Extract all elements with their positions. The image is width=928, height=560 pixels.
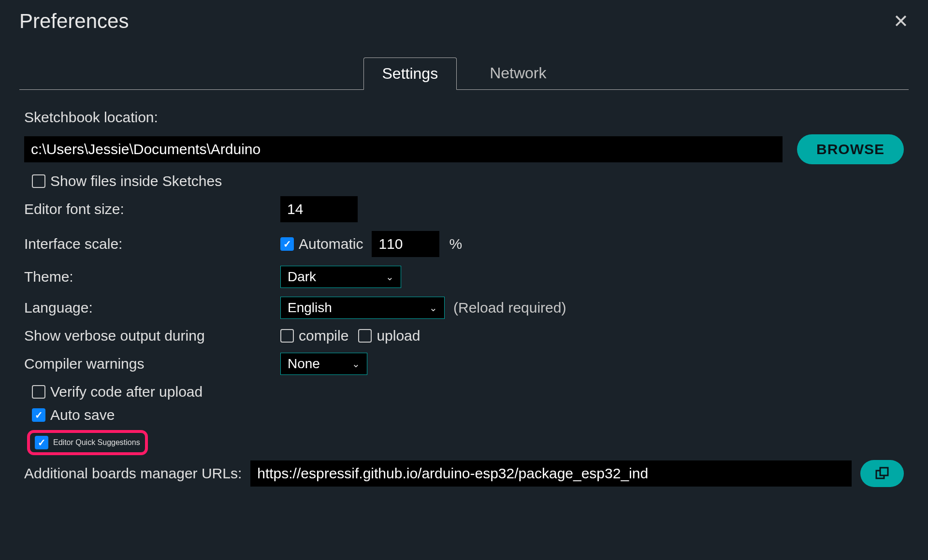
- autosave-row: Auto save: [24, 407, 904, 423]
- verify-row: Verify code after upload: [24, 384, 904, 400]
- sketchbook-input[interactable]: [24, 136, 783, 162]
- sketchbook-input-row: BROWSE: [24, 134, 904, 164]
- dialog-title: Preferences: [19, 10, 129, 33]
- boards-url-input[interactable]: [250, 460, 852, 487]
- quick-suggestions-highlight: Editor Quick Suggestions: [27, 430, 148, 455]
- verbose-group: compile upload: [280, 328, 420, 344]
- autosave-checkbox[interactable]: [32, 408, 45, 422]
- close-icon[interactable]: ✕: [893, 12, 909, 30]
- chevron-down-icon: ⌄: [429, 302, 437, 314]
- tabs: Settings Network: [19, 57, 909, 90]
- automatic-label: Automatic: [299, 236, 363, 252]
- verify-label: Verify code after upload: [50, 384, 203, 400]
- interface-scale-row: Interface scale: Automatic %: [24, 231, 904, 257]
- font-size-row: Editor font size:: [24, 196, 904, 222]
- language-label: Language:: [24, 300, 280, 316]
- preferences-dialog: Preferences ✕ Settings Network Sketchboo…: [0, 0, 928, 506]
- compiler-warnings-label: Compiler warnings: [24, 356, 280, 372]
- verbose-row: Show verbose output during compile uploa…: [24, 328, 904, 344]
- language-value: English: [288, 300, 332, 316]
- automatic-checkbox[interactable]: [280, 237, 294, 251]
- settings-panel: Sketchbook location: BROWSE Show files i…: [19, 109, 909, 487]
- theme-row: Theme: Dark ⌄: [24, 266, 904, 288]
- verbose-label: Show verbose output during: [24, 328, 280, 344]
- quick-suggestions-label: Editor Quick Suggestions: [53, 438, 140, 447]
- compiler-warnings-value: None: [288, 356, 320, 372]
- percent-label: %: [449, 236, 462, 252]
- language-row: Language: English ⌄ (Reload required): [24, 297, 904, 319]
- tab-settings[interactable]: Settings: [363, 57, 457, 90]
- compiler-warnings-row: Compiler warnings None ⌄: [24, 353, 904, 375]
- compile-checkbox[interactable]: [280, 329, 294, 343]
- expand-urls-button[interactable]: [860, 460, 904, 487]
- theme-value: Dark: [288, 269, 316, 285]
- reload-hint: (Reload required): [453, 300, 566, 316]
- boards-url-label: Additional boards manager URLs:: [24, 465, 242, 482]
- browse-button[interactable]: BROWSE: [797, 134, 904, 164]
- new-window-icon: [874, 466, 890, 481]
- language-select[interactable]: English ⌄: [280, 297, 445, 319]
- theme-label: Theme:: [24, 269, 280, 285]
- interface-scale-input[interactable]: [372, 231, 439, 257]
- svg-rect-1: [880, 468, 888, 475]
- theme-select[interactable]: Dark ⌄: [280, 266, 401, 288]
- chevron-down-icon: ⌄: [352, 358, 360, 370]
- sketchbook-label: Sketchbook location:: [24, 109, 158, 126]
- autosave-label: Auto save: [50, 407, 115, 423]
- dialog-header: Preferences ✕: [19, 10, 909, 33]
- upload-checkbox[interactable]: [358, 329, 372, 343]
- compile-label: compile: [299, 328, 348, 344]
- show-files-row: Show files inside Sketches: [24, 173, 904, 189]
- chevron-down-icon: ⌄: [386, 271, 394, 283]
- verify-checkbox[interactable]: [32, 385, 45, 399]
- compiler-warnings-select[interactable]: None ⌄: [280, 353, 367, 375]
- font-size-input[interactable]: [280, 196, 358, 222]
- tab-network[interactable]: Network: [471, 57, 565, 90]
- font-size-label: Editor font size:: [24, 201, 280, 217]
- show-files-label: Show files inside Sketches: [50, 173, 222, 189]
- show-files-checkbox[interactable]: [32, 174, 45, 188]
- interface-scale-label: Interface scale:: [24, 236, 280, 252]
- upload-label: upload: [377, 328, 420, 344]
- boards-url-row: Additional boards manager URLs:: [24, 460, 904, 487]
- quick-suggestions-checkbox[interactable]: [35, 436, 48, 449]
- interface-scale-group: Automatic %: [280, 231, 462, 257]
- sketchbook-label-row: Sketchbook location:: [24, 109, 904, 126]
